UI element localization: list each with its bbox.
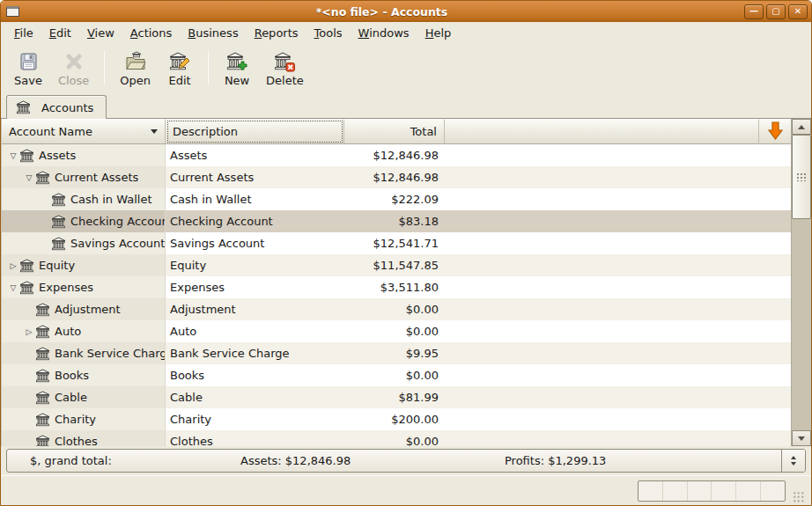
account-name-cell[interactable]: Cable bbox=[2, 386, 166, 408]
tab-accounts[interactable]: Accounts bbox=[6, 95, 107, 119]
close-x-icon bbox=[63, 50, 85, 73]
account-name-cell[interactable]: Books bbox=[2, 364, 166, 386]
account-name-cell[interactable]: ▽ Expenses bbox=[2, 276, 166, 298]
account-name: Assets bbox=[39, 149, 76, 162]
account-name-cell[interactable]: Adjustment bbox=[2, 298, 166, 320]
account-name: Checking Account bbox=[70, 215, 166, 228]
progress-segment bbox=[761, 481, 785, 501]
account-total: $0.00 bbox=[344, 369, 445, 382]
menu-item-label: Actions bbox=[130, 26, 173, 40]
menu-item-view[interactable]: View bbox=[79, 24, 122, 42]
menu-item-windows[interactable]: Windows bbox=[351, 24, 417, 42]
toolbar-button-label: New bbox=[225, 74, 249, 87]
orange-down-arrow-icon bbox=[768, 121, 783, 143]
account-description: Current Assets bbox=[166, 171, 344, 184]
account-description: Charity bbox=[166, 413, 344, 426]
new-button[interactable]: New bbox=[216, 47, 258, 90]
tree-expander-icon[interactable]: ▽ bbox=[7, 283, 19, 292]
scroll-down-button[interactable] bbox=[792, 430, 811, 446]
account-name: Current Assets bbox=[55, 171, 138, 184]
account-name-cell[interactable]: Charity bbox=[2, 408, 166, 430]
account-name: Expenses bbox=[39, 281, 93, 294]
save-floppy-icon bbox=[17, 50, 40, 73]
table-row[interactable]: Cash in Wallet Cash in Wallet $222.09 bbox=[2, 188, 791, 210]
table-row[interactable]: Adjustment Adjustment $0.00 bbox=[2, 298, 791, 320]
account-name-cell[interactable]: ▷ Equity bbox=[2, 254, 166, 276]
account-total: $222.09 bbox=[344, 193, 445, 206]
menu-item-help[interactable]: Help bbox=[417, 24, 460, 42]
account-name-cell[interactable]: Clothes bbox=[2, 430, 166, 446]
account-name-cell[interactable]: ▽ Assets bbox=[2, 144, 166, 166]
summary-spinner[interactable] bbox=[781, 450, 805, 472]
account-description: Equity bbox=[166, 259, 344, 272]
table-row[interactable]: Cable Cable $81.99 bbox=[2, 386, 791, 408]
table-row[interactable]: Checking Account Checking Account $83.18 bbox=[2, 210, 791, 232]
table-row[interactable]: ▷ Equity Equity $11,547.85 bbox=[2, 254, 791, 276]
account-total: $0.00 bbox=[344, 325, 445, 338]
account-name-cell[interactable]: ▷ Auto bbox=[2, 320, 166, 342]
account-description: Bank Service Charge bbox=[166, 347, 344, 360]
tree-expander-icon[interactable]: ▽ bbox=[23, 173, 35, 182]
table-row[interactable]: Books Books $0.00 bbox=[2, 364, 791, 386]
spinner-down-icon bbox=[791, 462, 796, 466]
account-description: Cash in Wallet bbox=[166, 193, 344, 206]
menu-item-tools[interactable]: Tools bbox=[306, 24, 351, 42]
account-name-cell[interactable]: ▽ Current Assets bbox=[2, 166, 166, 188]
minimize-button[interactable]: — bbox=[744, 4, 764, 19]
close-button[interactable]: ✕ bbox=[788, 4, 808, 19]
column-options-button[interactable] bbox=[759, 119, 791, 144]
column-header-account-name[interactable]: Account Name bbox=[2, 119, 166, 144]
account-name: Equity bbox=[39, 259, 75, 272]
resize-grip[interactable] bbox=[793, 491, 804, 502]
progress-bar bbox=[638, 480, 786, 502]
scroll-up-button[interactable] bbox=[792, 119, 811, 135]
account-name-cell[interactable]: Savings Account bbox=[2, 232, 166, 254]
table-row[interactable]: Clothes Clothes $0.00 bbox=[2, 430, 791, 446]
titlebar[interactable]: *<no file> - Accounts — ▢ ✕ bbox=[1, 1, 811, 22]
menu-item-business[interactable]: Business bbox=[180, 24, 246, 42]
table-row[interactable]: ▷ Auto Auto $0.00 bbox=[2, 320, 791, 342]
table-row[interactable]: Charity Charity $200.00 bbox=[2, 408, 791, 430]
edit-button[interactable]: Edit bbox=[159, 47, 201, 90]
save-button[interactable]: Save bbox=[6, 47, 50, 90]
progress-segment bbox=[688, 481, 712, 501]
table-row[interactable]: Bank Service Charge Bank Service Charge … bbox=[2, 342, 791, 364]
tree-expander-icon[interactable]: ▷ bbox=[23, 327, 35, 336]
bank-icon bbox=[35, 413, 50, 427]
tree-expander-icon[interactable]: ▷ bbox=[7, 261, 19, 270]
vertical-scrollbar[interactable] bbox=[791, 119, 811, 446]
menu-item-actions[interactable]: Actions bbox=[122, 24, 181, 42]
account-name: Charity bbox=[55, 413, 96, 426]
menu-item-label: Windows bbox=[358, 26, 410, 40]
delete-button[interactable]: Delete bbox=[258, 47, 312, 90]
menu-item-label: File bbox=[14, 26, 33, 40]
scrollbar-thumb[interactable] bbox=[792, 135, 811, 219]
open-button[interactable]: Open bbox=[112, 47, 159, 90]
menu-item-edit[interactable]: Edit bbox=[41, 24, 79, 42]
menu-item-file[interactable]: File bbox=[6, 24, 41, 42]
account-total: $0.00 bbox=[344, 435, 445, 446]
maximize-button[interactable]: ▢ bbox=[766, 4, 786, 19]
window-title: *<no file> - Accounts bbox=[19, 5, 744, 18]
tree-expander-icon[interactable]: ▽ bbox=[7, 151, 19, 160]
menu-item-reports[interactable]: Reports bbox=[247, 24, 306, 42]
toolbar: Save Close Open Edit New Delete bbox=[1, 44, 811, 93]
progress-segment bbox=[712, 481, 736, 501]
table-row[interactable]: ▽ Expenses Expenses $3,511.80 bbox=[2, 276, 791, 298]
toolbar-separator bbox=[104, 50, 105, 85]
scrollbar-trough[interactable] bbox=[792, 219, 811, 430]
toolbar-button-label: Close bbox=[58, 74, 89, 87]
table-row[interactable]: Savings Account Savings Account $12,541.… bbox=[2, 232, 791, 254]
account-name-cell[interactable]: Bank Service Charge bbox=[2, 342, 166, 364]
close-button[interactable]: Close bbox=[50, 47, 97, 90]
account-description: Auto bbox=[166, 325, 344, 338]
table-row[interactable]: ▽ Current Assets Current Assets $12,846.… bbox=[2, 166, 791, 188]
account-name-cell[interactable]: Cash in Wallet bbox=[2, 188, 166, 210]
summary-bar: $, grand total: Assets: $12,846.98 Profi… bbox=[1, 446, 811, 475]
column-header-description[interactable]: Description bbox=[166, 119, 344, 144]
table-row[interactable]: ▽ Assets Assets $12,846.98 bbox=[2, 144, 791, 166]
account-name-cell[interactable]: Checking Account bbox=[2, 210, 166, 232]
account-name: Cash in Wallet bbox=[70, 193, 151, 206]
new-account-icon bbox=[225, 50, 248, 73]
column-header-total[interactable]: Total bbox=[344, 119, 445, 144]
